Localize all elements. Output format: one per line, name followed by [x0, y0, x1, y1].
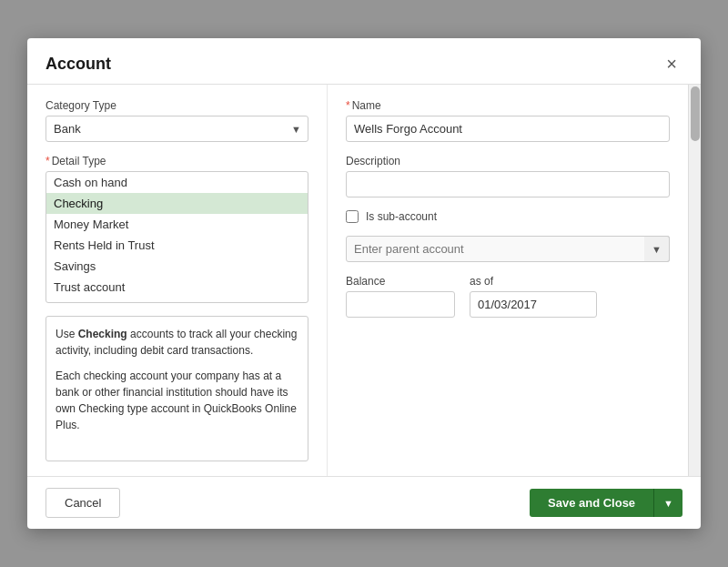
asof-label: as of [470, 275, 597, 288]
name-field: *Name [346, 99, 670, 142]
modal-scrollbar[interactable] [688, 85, 701, 476]
name-required-star: * [346, 99, 350, 112]
list-item[interactable]: Savings [46, 256, 308, 277]
balance-field: Balance [346, 275, 455, 318]
category-type-select[interactable]: Bank [46, 116, 308, 142]
detail-type-listbox[interactable]: Cash on handCheckingMoney MarketRents He… [46, 171, 308, 303]
parent-account-wrapper: ▼ [346, 236, 670, 262]
name-input[interactable] [346, 116, 670, 142]
parent-account-input[interactable] [346, 236, 670, 262]
description-paragraph-1: Use Checking accounts to track all your … [56, 326, 298, 359]
left-panel: Category Type Bank ▼ *Detail Type Cash o… [27, 85, 328, 476]
sub-account-label: Is sub-account [366, 210, 437, 223]
save-dropdown-arrow-icon[interactable]: ▼ [653, 489, 682, 517]
list-item[interactable]: Cash on hand [46, 172, 308, 193]
sub-account-row: Is sub-account [346, 210, 670, 223]
right-panel: *Name Description Is sub-account [328, 85, 688, 476]
account-modal: Account × Category Type Bank ▼ [27, 38, 701, 529]
save-and-close-button[interactable]: Save and Close [530, 489, 653, 517]
sub-account-checkbox[interactable] [346, 210, 359, 223]
detail-type-label: *Detail Type [46, 155, 308, 167]
scrollbar-thumb [691, 86, 700, 141]
category-type-label: Category Type [46, 99, 308, 112]
asof-field: as of [470, 275, 597, 318]
category-type-wrapper: Bank ▼ [46, 116, 308, 142]
list-item[interactable]: Trust account [46, 277, 308, 298]
modal-header: Account × [27, 38, 701, 85]
asof-input[interactable] [470, 291, 597, 318]
detail-type-field: *Detail Type Cash on handCheckingMoney M… [46, 155, 308, 303]
modal-body: Category Type Bank ▼ *Detail Type Cash o… [27, 85, 701, 476]
balance-input[interactable] [346, 291, 455, 318]
description-label: Description [346, 155, 670, 167]
modal-overlay: Account × Category Type Bank ▼ [0, 0, 728, 567]
balance-label: Balance [346, 275, 455, 288]
name-label: *Name [346, 99, 670, 112]
description-input[interactable] [346, 171, 670, 197]
parent-account-arrow-icon[interactable]: ▼ [644, 236, 670, 262]
list-item[interactable]: Checking [46, 193, 308, 214]
save-button-group: Save and Close ▼ [530, 489, 682, 517]
list-item[interactable]: Rents Held in Trust [46, 235, 308, 256]
close-button[interactable]: × [661, 53, 682, 75]
category-type-field: Category Type Bank ▼ [46, 99, 308, 142]
modal-footer: Cancel Save and Close ▼ [27, 476, 701, 529]
detail-type-description: Use Checking accounts to track all your … [46, 316, 308, 461]
description-field: Description [346, 155, 670, 197]
description-paragraph-2: Each checking account your company has a… [56, 368, 298, 433]
detail-type-required-star: * [46, 155, 50, 167]
modal-title: Account [46, 55, 111, 74]
cancel-button[interactable]: Cancel [46, 488, 120, 518]
balance-row: Balance as of [346, 275, 670, 318]
list-item[interactable]: Money Market [46, 214, 308, 235]
